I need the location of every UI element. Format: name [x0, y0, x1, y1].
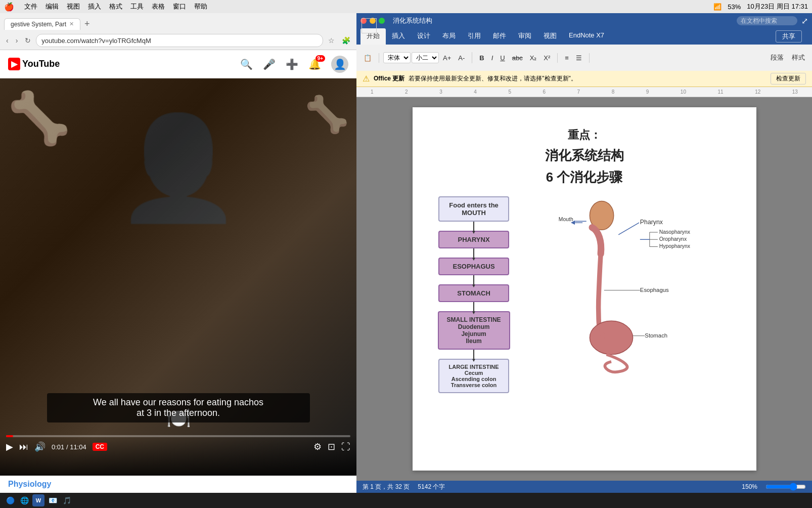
document-title-section: 重点： 消化系统结构 6 个消化步骤	[438, 128, 731, 186]
menu-format[interactable]: 格式	[109, 2, 122, 11]
new-tab-button[interactable]: +	[84, 19, 90, 29]
mail-icon[interactable]: 📧	[47, 494, 59, 506]
svg-text:Pharynx: Pharynx	[640, 219, 663, 226]
address-input[interactable]	[36, 34, 323, 47]
browser-tab-active[interactable]: gestive System, Part ✕	[4, 18, 80, 30]
play-button[interactable]: ▶	[6, 441, 13, 452]
extensions-button[interactable]: 🧩	[340, 35, 352, 46]
word-zoom-button[interactable]: ⤢	[801, 16, 808, 26]
date-time: 10月23日 周日 17:31	[747, 2, 808, 11]
italic-button[interactable]: I	[488, 53, 497, 63]
paragraph-group: ≡ ☰	[562, 53, 590, 63]
word-icon[interactable]: W	[32, 494, 44, 506]
tab-bar: gestive System, Part ✕ +	[0, 13, 356, 31]
flow-box-small-intestine: SMALL INTESTINEDuodenumJejunumIleum	[438, 311, 510, 350]
warning-icon: ⚠	[363, 74, 370, 83]
ribbon-tab-endnote[interactable]: EndNote X7	[563, 28, 610, 45]
user-avatar[interactable]: 👤	[331, 56, 348, 73]
svg-point-2	[590, 321, 633, 354]
ribbon-tab-mail[interactable]: 邮件	[487, 28, 512, 45]
doc-subtitle-1: 消化系统结构	[438, 147, 731, 164]
increase-font-button[interactable]: A+	[440, 53, 454, 63]
fullscreen-button[interactable]: ⛶	[341, 442, 350, 452]
paste-button[interactable]: 📋	[360, 53, 375, 63]
bookmark-button[interactable]: ☆	[326, 35, 337, 46]
font-size-select[interactable]: 小二	[412, 52, 439, 63]
menu-tools[interactable]: 工具	[130, 2, 144, 11]
volume-button[interactable]: 🔊	[34, 441, 46, 452]
zoom-slider[interactable]	[765, 483, 806, 491]
word-window: 消化系统结构 ⤢ 开始 插入 设计 布局 引用 邮件 审阅 视图 EndNote…	[356, 13, 812, 493]
menu-edit[interactable]: 编辑	[46, 2, 59, 11]
ribbon-tabs: 开始 插入 设计 布局 引用 邮件 审阅 视图 EndNote X7 共享	[356, 28, 812, 45]
menu-file[interactable]: 文件	[24, 2, 37, 11]
youtube-logo[interactable]: ▶ YouTube	[8, 58, 60, 70]
word-page: 重点： 消化系统结构 6 个消化步骤 Food enters theMOUTH …	[413, 107, 756, 471]
anatomy-svg: Pharynx Nasopharynx Oropharynx Hypophary…	[520, 196, 731, 378]
ribbon-tab-references[interactable]: 引用	[462, 28, 487, 45]
ribbon-tab-view[interactable]: 视图	[537, 28, 563, 45]
menu-help[interactable]: 帮助	[194, 2, 207, 11]
menu-view[interactable]: 视图	[67, 2, 80, 11]
update-label: Office 更新	[374, 74, 404, 83]
search-button[interactable]: 🔍	[240, 58, 253, 70]
microphone-button[interactable]: 🎤	[263, 58, 276, 70]
youtube-logo-icon: ▶	[8, 58, 20, 70]
menu-table[interactable]: 表格	[152, 2, 165, 11]
forward-button[interactable]: ›	[14, 35, 20, 46]
channel-name-area: Physiology	[0, 476, 356, 493]
ribbon-tab-review[interactable]: 审阅	[512, 28, 537, 45]
bold-button[interactable]: B	[476, 53, 487, 63]
digestive-diagram: Food enters theMOUTH PHARYNX ESOPHAGUS	[438, 196, 731, 393]
page-count: 第 1 页，共 32 页	[363, 483, 410, 491]
progress-bar[interactable]	[6, 435, 350, 437]
style-set-button[interactable]: 样式	[789, 52, 808, 63]
apple-menu[interactable]: 🍎	[4, 2, 14, 12]
skeleton-decoration-left: 🦴	[8, 89, 71, 148]
underline-button[interactable]: U	[497, 53, 508, 63]
back-button[interactable]: ‹	[4, 35, 11, 46]
svg-text:Oropharynx: Oropharynx	[659, 236, 687, 242]
decrease-font-button[interactable]: A-	[455, 53, 468, 63]
maximize-window-button[interactable]	[379, 18, 385, 24]
finder-icon[interactable]: 🔵	[4, 494, 16, 506]
chrome-icon[interactable]: 🌐	[18, 494, 30, 506]
miniplayer-button[interactable]: ⊡	[328, 441, 335, 452]
section-label: 重点：	[438, 128, 731, 143]
settings-button[interactable]: ⚙	[313, 441, 322, 452]
office-update-bar: ⚠ Office 更新 若要保持使用最新安全更新、修复和改进，请选择"检查更新"…	[356, 71, 812, 87]
check-update-button[interactable]: 检查更新	[771, 73, 806, 84]
subscript-button[interactable]: X₂	[527, 53, 540, 63]
strikethrough-button[interactable]: abc	[509, 53, 526, 63]
align-center-button[interactable]: ☰	[573, 53, 585, 63]
word-document-area[interactable]: 重点： 消化系统结构 6 个消化步骤 Food enters theMOUTH …	[356, 97, 812, 481]
create-button[interactable]: ➕	[286, 58, 298, 70]
font-name-select[interactable]: 宋体	[383, 52, 411, 63]
zoom-level: 150%	[742, 483, 757, 490]
word-count: 5142 个字	[418, 483, 445, 491]
word-titlebar: 消化系统结构 ⤢	[356, 13, 812, 28]
align-left-button[interactable]: ≡	[562, 53, 572, 63]
svg-text:Hypopharynx: Hypopharynx	[659, 243, 690, 249]
word-search-input[interactable]	[737, 16, 797, 25]
word-statusbar: 第 1 页，共 32 页 5142 个字 150%	[356, 481, 812, 493]
superscript-button[interactable]: X²	[540, 53, 553, 63]
ribbon-tab-insert[interactable]: 插入	[386, 28, 411, 45]
share-button[interactable]: 共享	[776, 30, 802, 43]
menu-insert[interactable]: 插入	[88, 2, 101, 11]
menu-window[interactable]: 窗口	[173, 2, 186, 11]
anatomy-image: Pharynx Nasopharynx Oropharynx Hypophary…	[520, 196, 731, 378]
ribbon-tab-layout[interactable]: 布局	[436, 28, 462, 45]
ribbon-tab-design[interactable]: 设计	[411, 28, 436, 45]
time-display: 0:01 / 11:04	[52, 443, 86, 451]
notifications-button[interactable]: 🔔 9+	[308, 58, 321, 70]
video-controls: ▶ ⏭ 🔊 0:01 / 11:04 CC ⚙ ⊡ ⛶	[0, 435, 356, 476]
refresh-button[interactable]: ↻	[23, 35, 33, 46]
tab-close-button[interactable]: ✕	[69, 21, 74, 27]
cc-button[interactable]: CC	[93, 443, 107, 451]
music-icon[interactable]: 🎵	[61, 494, 73, 506]
styles-button[interactable]: 段落	[768, 52, 787, 63]
flow-box-mouth: Food enters theMOUTH	[438, 196, 509, 222]
skip-button[interactable]: ⏭	[19, 442, 28, 452]
channel-name[interactable]: Physiology	[8, 480, 51, 488]
